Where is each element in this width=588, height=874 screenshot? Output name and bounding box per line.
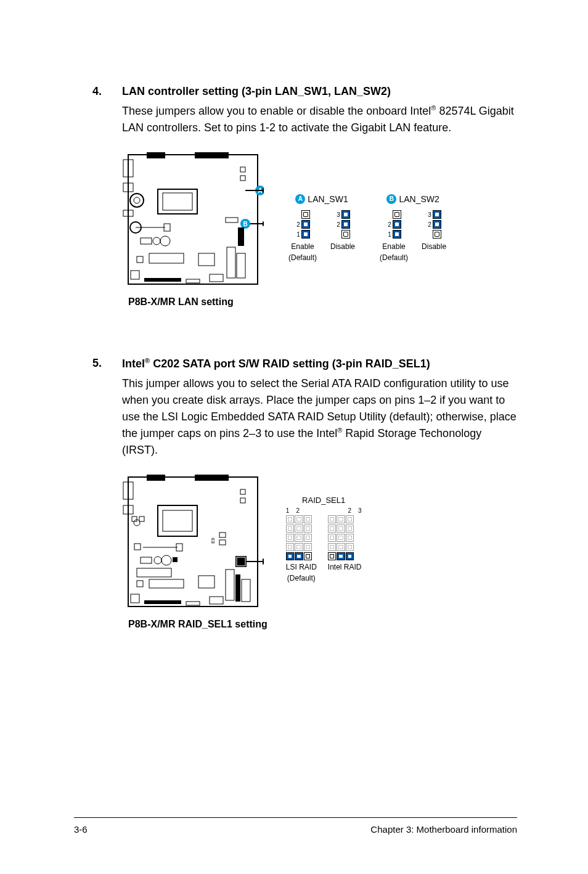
board-svg: E9 xyxy=(122,471,264,613)
pin-grid xyxy=(328,515,362,560)
pin-3-closed xyxy=(433,210,441,219)
section-raid: 5. Intel® C202 SATA port S/W RAID settin… xyxy=(92,357,517,630)
svg-rect-70 xyxy=(131,594,139,603)
sw1-enable: 2 1 Enable (Default) xyxy=(288,210,317,263)
svg-rect-71 xyxy=(144,600,181,604)
svg-rect-46 xyxy=(163,510,192,531)
raid-sel1-title: RAID_SEL1 xyxy=(286,496,362,505)
pin-1-open xyxy=(433,230,441,239)
svg-marker-58 xyxy=(263,558,264,565)
pin-3-closed xyxy=(346,552,354,560)
diagram-caption: P8B-X/MR RAID_SEL1 setting xyxy=(128,619,267,630)
svg-rect-31 xyxy=(186,279,200,283)
enable-label: Enable xyxy=(382,242,405,251)
svg-rect-73 xyxy=(210,597,223,604)
section-header: 5. Intel® C202 SATA port S/W RAID settin… xyxy=(92,357,517,370)
svg-rect-26 xyxy=(198,253,214,266)
svg-rect-14 xyxy=(240,176,245,181)
svg-point-61 xyxy=(161,555,171,565)
pin-1-closed xyxy=(286,552,295,560)
svg-rect-17 xyxy=(226,218,238,223)
svg-marker-34 xyxy=(263,188,264,193)
disable-label: Disable xyxy=(422,242,446,251)
pin-2-closed xyxy=(393,220,401,229)
svg-point-6 xyxy=(134,197,140,203)
section-body: These jumpers allow you to enable or dis… xyxy=(122,103,517,136)
section-body-row: These jumpers allow you to enable or dis… xyxy=(92,103,517,136)
pin-1-closed xyxy=(393,230,401,239)
motherboard-illustration: E9 xyxy=(122,471,267,630)
pin-2-closed xyxy=(295,552,303,560)
section-title: Intel® C202 SATA port S/W RAID setting (… xyxy=(122,357,430,370)
raid-sel1-block: RAID_SEL1 12 LSI RAI xyxy=(286,496,362,583)
svg-rect-39 xyxy=(195,475,229,481)
default-label: (Default) xyxy=(286,574,317,582)
svg-rect-28 xyxy=(237,253,245,278)
disable-label: Disable xyxy=(330,242,355,251)
page: 4. LAN controller setting (3-pin LAN_SW1… xyxy=(0,0,588,874)
svg-rect-62 xyxy=(173,557,178,562)
sw1-disable: 3 2 Disable xyxy=(330,210,355,263)
intel-label: Intel RAID xyxy=(328,563,362,571)
svg-point-5 xyxy=(130,194,144,207)
svg-rect-64 xyxy=(137,581,143,587)
lan-sw2-label: LAN_SW2 xyxy=(399,194,439,204)
enable-label: Enable xyxy=(291,242,314,251)
raid-lsi: 12 LSI RAID (Default) xyxy=(286,507,317,583)
svg-marker-36 xyxy=(263,221,264,226)
svg-rect-72 xyxy=(186,602,200,605)
pin-3-open xyxy=(393,210,401,219)
badge-a-icon: A xyxy=(295,194,305,204)
svg-rect-27 xyxy=(227,247,235,278)
section-lan: 4. LAN controller setting (3-pin LAN_SW1… xyxy=(92,85,517,308)
svg-point-60 xyxy=(154,557,161,564)
svg-rect-23 xyxy=(238,227,244,246)
sw2-enable: 2 1 Enable (Default) xyxy=(380,210,408,263)
svg-rect-48 xyxy=(240,498,245,503)
svg-point-21 xyxy=(153,237,160,245)
svg-rect-20 xyxy=(141,238,152,244)
svg-rect-38 xyxy=(147,475,165,481)
svg-rect-59 xyxy=(141,557,152,563)
pin-1-open xyxy=(341,230,350,239)
lan-sw2-block: B LAN_SW2 2 1 Enable (Default) 3 xyxy=(380,194,446,262)
pin-grid xyxy=(286,515,317,560)
badge-b-icon: B xyxy=(386,194,396,204)
pin-2-closed xyxy=(301,220,310,229)
lan-sw1-label: LAN_SW1 xyxy=(308,194,348,204)
section-body-row: This jumper allows you to select the Ser… xyxy=(92,375,517,459)
diagram-caption: P8B-X/MR LAN setting xyxy=(128,296,264,308)
board-svg: A B xyxy=(122,149,264,290)
lan-diagram: A B xyxy=(122,149,517,308)
svg-rect-13 xyxy=(240,167,245,172)
pin-1-closed xyxy=(301,230,310,239)
pin-2-closed xyxy=(337,552,345,560)
svg-rect-12 xyxy=(163,193,192,210)
svg-rect-25 xyxy=(149,253,184,263)
svg-rect-66 xyxy=(198,576,214,588)
svg-rect-55 xyxy=(235,556,247,567)
svg-rect-68 xyxy=(235,574,240,602)
section-index: 4. xyxy=(92,85,122,98)
svg-rect-69 xyxy=(242,579,250,602)
svg-rect-30 xyxy=(144,278,181,282)
body-text: These jumpers allow you to enable or dis… xyxy=(122,105,431,117)
svg-rect-1 xyxy=(147,152,165,158)
sw2-disable: 3 2 Disable xyxy=(422,210,446,263)
lan-sw1-title: A LAN_SW1 xyxy=(295,194,348,204)
default-label: (Default) xyxy=(380,253,408,262)
chapter-label: Chapter 3: Motherboard information xyxy=(370,824,517,835)
pin-3-open xyxy=(301,210,310,219)
lan-sw1-block: A LAN_SW1 2 1 Enable (Default) xyxy=(288,194,355,262)
registered-mark: ® xyxy=(145,357,150,364)
svg-rect-63 xyxy=(137,568,171,577)
pin-2-closed xyxy=(341,220,350,229)
svg-rect-29 xyxy=(131,271,139,279)
page-number: 3-6 xyxy=(74,824,88,835)
svg-rect-47 xyxy=(240,489,245,494)
section-index: 5. xyxy=(92,357,122,370)
svg-rect-2 xyxy=(195,152,229,158)
svg-rect-65 xyxy=(149,579,184,588)
raid-intel: 23 Intel RAID xyxy=(328,507,362,583)
pin-3-closed xyxy=(341,210,350,219)
